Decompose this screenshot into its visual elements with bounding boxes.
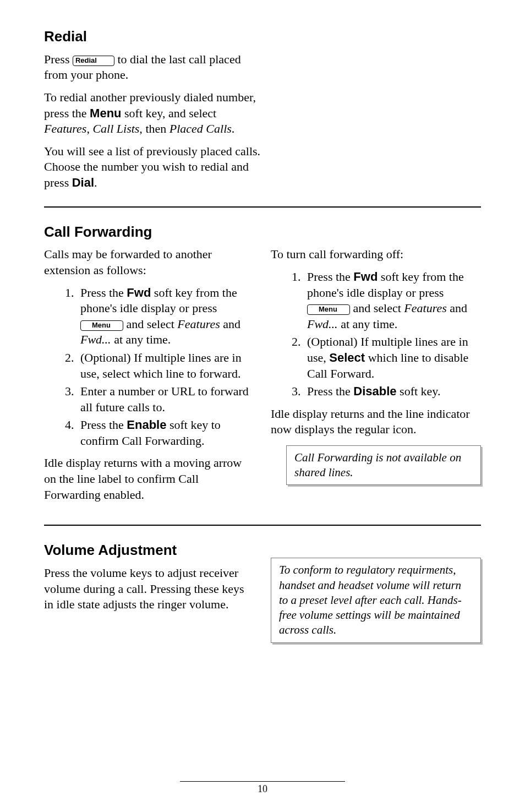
text: Press the — [307, 270, 353, 284]
text: then — [143, 122, 169, 135]
text-italic: Fwd... — [80, 333, 111, 346]
dial-softkey-label: Dial — [72, 176, 94, 189]
list-item: Press the Fwd soft key from the phone's … — [304, 269, 481, 332]
text: at any time. — [111, 333, 171, 346]
text: Press — [44, 52, 73, 66]
page-content: Redial Press Redial to dial the last cal… — [44, 28, 481, 643]
disable-softkey-label: Disable — [353, 384, 396, 398]
text-italic: Features, Call Lists, — [44, 122, 143, 135]
volume-left-col: Volume Adjustment Press the volume keys … — [44, 541, 254, 619]
call-forwarding-section: Call Forwarding Calls may be forwarded t… — [44, 223, 481, 510]
text-italic: Features — [404, 301, 446, 315]
redial-p2: To redial another previously dialed numb… — [44, 90, 264, 137]
volume-p1: Press the volume keys to adjust receiver… — [44, 565, 254, 613]
text: and select — [123, 317, 177, 331]
list-item: (Optional) If multiple lines are in use,… — [304, 334, 481, 382]
list-item: Press the Disable soft key. — [304, 384, 481, 400]
callfwd-idle-off: Idle display returns and the line indica… — [271, 406, 481, 438]
enable-softkey-label: Enable — [127, 418, 166, 432]
page-number: 10 — [258, 783, 267, 794]
text: . — [94, 176, 97, 189]
menu-button-icon: Menu — [80, 320, 123, 331]
redial-section: Redial Press Redial to dial the last cal… — [44, 28, 481, 191]
menu-softkey-label: Menu — [90, 106, 121, 120]
list-item: Press the Fwd soft key from the phone's … — [77, 285, 254, 348]
redial-p3: You will see a list of previously placed… — [44, 144, 264, 191]
text: soft key, and select — [122, 106, 217, 120]
call-fwd-left-col: Calls may be forwarded to another extens… — [44, 247, 254, 509]
list-item: (Optional) If multiple lines are in use,… — [77, 350, 254, 382]
callfwd-on-steps: Press the Fwd soft key from the phone's … — [44, 285, 254, 449]
redial-button-icon: Redial — [73, 56, 114, 66]
callfwd-off-steps: Press the Fwd soft key from the phone's … — [271, 269, 481, 400]
footer-rule — [180, 781, 345, 782]
text: Press the — [80, 286, 127, 299]
volume-section: Volume Adjustment Press the volume keys … — [44, 541, 481, 642]
call-forwarding-heading: Call Forwarding — [44, 223, 481, 242]
call-fwd-right-col: To turn call forwarding off: Press the F… — [271, 247, 481, 509]
redial-p1: Press Redial to dial the last call place… — [44, 52, 264, 83]
text: at any time. — [338, 317, 398, 331]
volume-heading: Volume Adjustment — [44, 541, 254, 560]
text-italic: Fwd... — [307, 317, 338, 331]
callfwd-intro: Calls may be forwarded to another extens… — [44, 247, 254, 278]
text: . — [232, 122, 235, 135]
volume-right-col: To conform to regulatory requirments, ha… — [271, 541, 481, 642]
redial-heading: Redial — [44, 28, 481, 46]
select-softkey-label: Select — [329, 351, 365, 364]
fwd-softkey-label: Fwd — [353, 270, 378, 284]
list-item: Enter a number or URL to forward all fut… — [77, 384, 254, 415]
text-italic: Placed Calls — [169, 122, 232, 135]
section-divider — [44, 525, 481, 526]
section-divider — [44, 206, 481, 208]
fwd-softkey-label: Fwd — [127, 286, 151, 299]
callfwd-idle-on: Idle display returns with a moving arrow… — [44, 455, 254, 503]
text: soft key. — [397, 384, 441, 398]
page-footer: 10 — [0, 781, 525, 795]
callfwd-off-intro: To turn call forwarding off: — [271, 247, 481, 263]
callfwd-note-box: Call Forwarding is not available on shar… — [286, 445, 481, 486]
text: Press the — [80, 418, 127, 432]
list-item: Press the Enable soft key to confirm Cal… — [77, 417, 254, 449]
text: and — [220, 317, 240, 331]
text-italic: Features — [177, 317, 220, 331]
text: and select — [350, 301, 404, 315]
text: Press the — [307, 384, 353, 398]
text: and — [447, 301, 467, 315]
volume-note-box: To conform to regulatory requirments, ha… — [271, 558, 481, 642]
menu-button-icon: Menu — [307, 304, 350, 315]
